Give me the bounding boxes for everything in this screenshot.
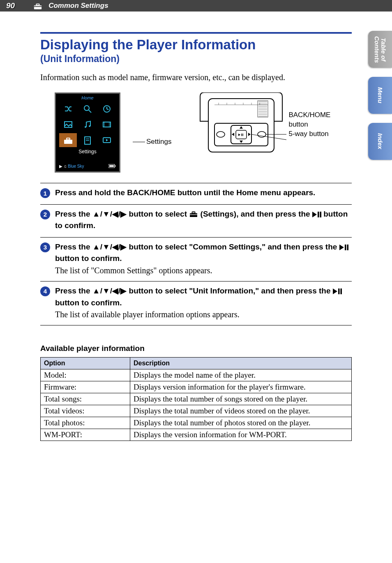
page-content: Displaying the Player Information (Unit … [0,12,392,453]
table-row: WM-PORT:Displays the version information… [41,429,352,441]
step-num-4: 4 [40,286,50,296]
svg-rect-11 [109,122,111,127]
steps-list: 1 Press and hold the BACK/HOME button un… [40,183,352,325]
cell-option: Total videos: [41,405,130,417]
diagrams-row: Home Settings ▶ ♫ Blue Sky Settings [55,92,352,173]
svg-rect-57 [190,214,197,215]
svg-marker-64 [333,288,337,294]
svg-rect-20 [115,165,115,167]
clock-icon [98,102,116,116]
page-number: 90 [6,1,15,10]
table-row: Total photos:Displays the total number o… [41,417,352,429]
svg-rect-63 [347,245,348,250]
svg-rect-65 [338,288,340,294]
table-heading: Available player information [40,344,352,353]
svg-marker-18 [106,139,108,141]
player-screen-illustration: Home Settings ▶ ♫ Blue Sky [55,92,120,173]
settings-pointer-label: Settings [146,138,171,146]
settings-pointer: Settings [133,138,171,146]
five-way-label: 5-way button [288,130,330,138]
tab-menu[interactable]: Menu [368,77,392,114]
svg-rect-2 [34,6,42,7]
header-section-title: Common Settings [48,2,108,10]
play-pause-icon [312,210,321,221]
video-icon [98,118,116,132]
cell-desc: Displays the model name of the player. [130,369,352,381]
screen-settings-label: Settings [56,149,119,155]
cell-desc: Displays the total number of songs store… [130,393,352,405]
th-option: Option [41,358,130,369]
title-rule [40,32,352,34]
cell-option: Firmware: [41,381,130,393]
battery-icon [108,164,116,169]
svg-rect-13 [67,138,70,140]
step-num-2: 2 [40,210,50,219]
toolbox-icon [33,2,42,9]
svg-rect-62 [345,245,346,250]
svg-line-4 [89,110,91,113]
intro-text: Information such as model name, firmware… [40,73,352,82]
cell-option: Model: [41,369,130,381]
info-table: Option Description Model:Displays the mo… [40,357,352,441]
step-num-3: 3 [40,242,50,252]
tab-contents[interactable]: Table of Contents [368,31,392,68]
svg-rect-0 [34,5,42,9]
back-home-label-1: BACK/HOME [288,111,330,119]
device-illustration: BACK/HOME button 5-way button [196,92,286,156]
step-num-1: 1 [40,188,50,198]
side-tabs: Table of Contents Menu Index [368,31,392,160]
svg-rect-21 [109,165,114,167]
svg-rect-60 [320,212,321,217]
svg-point-8 [89,125,90,127]
nowplaying-icon [98,133,116,147]
cell-desc: Displays version information for the pla… [130,381,352,393]
step-2: 2 Press the ▲/▼/◀/▶ button to select (Se… [40,204,352,237]
svg-rect-10 [103,122,104,127]
search-icon [78,102,96,116]
svg-rect-59 [318,212,319,217]
screen-home-label: Home [56,94,119,101]
cell-desc: Displays the total number of photos stor… [130,417,352,429]
step-text-3: Press the ▲/▼/◀/▶ button to select "Comm… [55,242,352,264]
photo-icon [59,118,77,132]
svg-marker-58 [312,212,317,217]
step-3: 3 Press the ▲/▼/◀/▶ button to select "Co… [40,237,352,281]
shuffle-icon [59,102,77,116]
playlist-icon [78,133,96,147]
cell-option: WM-PORT: [41,429,130,441]
sub-title: (Unit Information) [40,53,352,65]
svg-rect-56 [192,212,195,213]
tab-contents-label: Table of Contents [374,31,387,68]
svg-rect-66 [340,288,342,294]
toolbox-icon-inline [189,210,198,221]
back-home-label-2: button [288,120,330,129]
cell-option: Total photos: [41,417,130,429]
th-description: Description [130,358,352,369]
table-row: Model:Displays the model name of the pla… [41,369,352,381]
main-title: Displaying the Player Information [40,37,352,53]
settings-icon-selected [59,133,77,147]
table-row: Total videos:Displays the total number o… [41,405,352,417]
now-playing-track: Blue Sky [68,164,84,168]
step-sub-3: The list of "Common Settings" options ap… [55,266,352,275]
step-text-2: Press the ▲/▼/◀/▶ button to select (Sett… [55,209,352,231]
step-1: 1 Press and hold the BACK/HOME button un… [40,183,352,204]
table-row: Total songs:Displays the total number of… [41,393,352,405]
tab-index[interactable]: Index [368,123,392,160]
now-playing-prefix-icon: ▶ ♫ [59,164,67,168]
svg-rect-1 [36,4,39,6]
step-text-1: Press and hold the BACK/HOME button unti… [55,187,315,198]
page-header: 90 Common Settings [0,0,392,12]
cell-desc: Displays the version information for WM-… [130,429,352,441]
cell-desc: Displays the total number of videos stor… [130,405,352,417]
step-text-4: Press the ▲/▼/◀/▶ button to select "Unit… [55,286,352,308]
tab-menu-label: Menu [377,87,383,103]
svg-point-3 [84,106,89,111]
svg-rect-55 [190,213,197,217]
music-icon [78,118,96,132]
play-pause-icon [339,242,348,254]
tab-index-label: Index [377,133,383,149]
svg-rect-12 [64,140,72,144]
step-4: 4 Press the ▲/▼/◀/▶ button to select "Un… [40,281,352,325]
svg-marker-61 [339,245,344,250]
